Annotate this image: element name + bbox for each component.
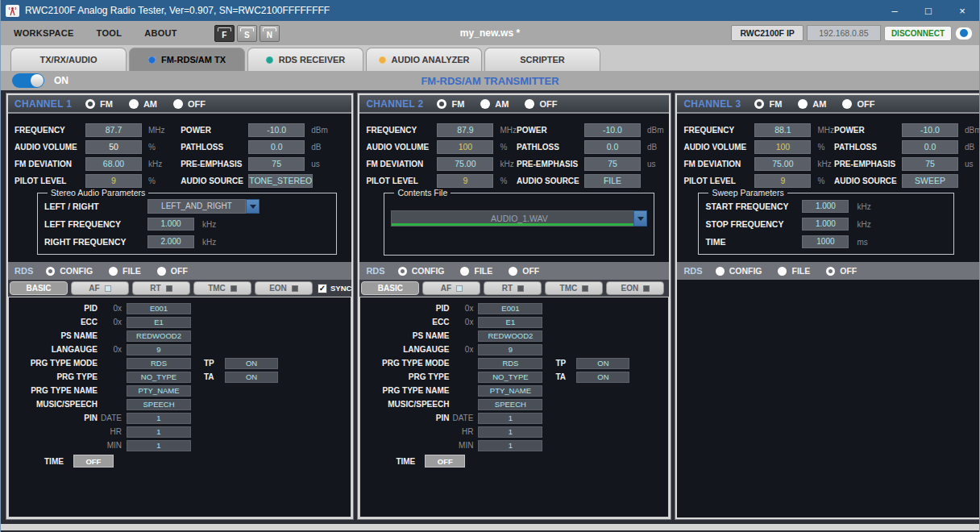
audio-file-dropdown[interactable]: AUDIO_1.WAV	[391, 210, 647, 227]
field-value[interactable]: 1	[478, 413, 542, 424]
close-button[interactable]: ×	[945, 0, 979, 21]
field-value[interactable]: SPEECH	[127, 399, 191, 410]
param-value-field[interactable]: 75.00	[437, 157, 493, 171]
field-value[interactable]: 9	[127, 344, 191, 355]
time-toggle-button[interactable]: OFF	[425, 455, 465, 468]
menu-item[interactable]: TOOL	[97, 28, 122, 38]
main-tab[interactable]: FM-RDS/AM TX	[129, 48, 245, 71]
mode-radio[interactable]: AM	[480, 99, 509, 109]
main-tab[interactable]: SCRIPTER	[484, 48, 600, 71]
mode-radio[interactable]: AM	[798, 99, 826, 109]
rds-tab[interactable]: BASIC	[10, 281, 68, 295]
field-value[interactable]: PTY_NAME	[478, 385, 542, 397]
field-value[interactable]: 9	[478, 344, 542, 355]
rds-mode-radio[interactable]: OFF	[157, 266, 188, 276]
param-value-field[interactable]: 75	[902, 157, 958, 171]
field-value[interactable]: 1	[127, 413, 191, 424]
rds-mode-radio[interactable]: CONFIG	[46, 266, 93, 276]
field-value[interactable]: 1	[127, 426, 191, 438]
field-value[interactable]: 1.000	[802, 218, 849, 231]
param-value-field[interactable]: 0.0	[902, 140, 958, 154]
dropdown-arrow-icon[interactable]	[246, 199, 260, 214]
param-value-field[interactable]: 75.00	[754, 157, 811, 171]
dropdown-arrow-icon[interactable]	[633, 210, 647, 227]
menu-item[interactable]: WORKSPACE	[14, 28, 74, 38]
side-field-value[interactable]: ON	[225, 372, 278, 383]
param-value-field[interactable]: 87.7	[85, 123, 142, 137]
field-value[interactable]: E1	[127, 317, 191, 328]
mode-radio[interactable]: FM	[754, 99, 782, 109]
field-value[interactable]: REDWOOD2	[478, 330, 542, 342]
field-value[interactable]: E1	[478, 317, 542, 328]
minimize-button[interactable]: –	[878, 0, 911, 21]
maximize-button[interactable]: □	[911, 0, 945, 21]
field-value[interactable]: 1	[478, 426, 542, 438]
view-mode-button[interactable]: S	[237, 25, 257, 42]
side-field-value[interactable]: ON	[225, 358, 278, 369]
param-value-field[interactable]: 75	[584, 157, 641, 171]
rds-tab[interactable]: AF	[422, 281, 480, 295]
ip-address-input[interactable]: 192.168.0.85	[807, 25, 881, 41]
field-value[interactable]: 1	[127, 440, 191, 451]
rds-tab[interactable]: TMC	[193, 281, 251, 295]
time-toggle-button[interactable]: OFF	[73, 455, 114, 468]
param-value-field[interactable]: -10.0	[902, 123, 958, 137]
rds-tab[interactable]: BASIC	[361, 281, 419, 295]
param-value-field[interactable]: -10.0	[248, 123, 305, 137]
field-value[interactable]: REDWOOD2	[127, 330, 191, 342]
transmitter-on-toggle[interactable]	[12, 73, 44, 88]
sync-checkbox[interactable]: SYNC	[318, 284, 351, 293]
side-field-value[interactable]: ON	[576, 358, 629, 369]
field-value[interactable]: E001	[478, 303, 542, 314]
rds-mode-radio[interactable]: FILE	[778, 266, 810, 276]
mode-radio[interactable]: FM	[85, 99, 113, 109]
field-value[interactable]: 1	[478, 440, 542, 451]
field-value[interactable]: NO_TYPE	[478, 372, 542, 383]
field-value[interactable]: SPEECH	[478, 399, 542, 410]
rds-mode-radio[interactable]: OFF	[826, 266, 857, 276]
field-value[interactable]: 2.000	[147, 235, 194, 248]
field-value[interactable]: PTY_NAME	[127, 385, 191, 397]
rds-tab[interactable]: TMC	[545, 281, 603, 295]
field-value[interactable]: RDS	[127, 358, 191, 369]
param-value-field[interactable]: -10.0	[584, 123, 641, 137]
main-tab[interactable]: RDS RECEIVER	[247, 48, 363, 71]
view-mode-button[interactable]: F	[214, 25, 235, 42]
mode-radio[interactable]: OFF	[173, 99, 206, 109]
rds-tab[interactable]: RT	[484, 281, 542, 295]
rds-mode-radio[interactable]: CONFIG	[716, 266, 762, 276]
rds-mode-radio[interactable]: FILE	[460, 266, 492, 276]
menu-item[interactable]: ABOUT	[144, 28, 177, 38]
mode-radio[interactable]: FM	[437, 99, 464, 109]
mode-radio[interactable]: AM	[129, 99, 157, 109]
param-value-field[interactable]: 75	[248, 157, 305, 171]
mode-radio[interactable]: OFF	[842, 99, 874, 109]
param-value-field[interactable]: 0.0	[584, 140, 641, 154]
rds-tab[interactable]: AF	[71, 281, 129, 295]
rds-tab[interactable]: EON	[606, 281, 664, 295]
field-value[interactable]: 1.000	[802, 200, 849, 213]
disconnect-button[interactable]: DISCONNECT	[884, 26, 952, 41]
field-value[interactable]: E001	[127, 303, 191, 314]
rds-mode-radio[interactable]: FILE	[109, 266, 141, 276]
field-value[interactable]: NO_TYPE	[127, 372, 191, 383]
mode-radio[interactable]: OFF	[525, 99, 557, 109]
side-field-value[interactable]: ON	[576, 372, 629, 383]
main-tab[interactable]: TX/RX/AUDIO	[10, 48, 127, 71]
left-right-dropdown[interactable]: LEFT_AND_RIGHT	[147, 199, 260, 214]
param-value-field[interactable]: 0.0	[248, 140, 305, 154]
rds-mode-radio[interactable]: CONFIG	[398, 266, 445, 276]
param-value-field[interactable]: 50	[85, 140, 142, 154]
main-tab[interactable]: AUDIO ANALYZER	[366, 48, 482, 71]
view-mode-button[interactable]: N	[260, 25, 280, 42]
param-value-field[interactable]: 87.9	[437, 123, 493, 137]
rds-tab[interactable]: EON	[255, 281, 313, 295]
param-value-field[interactable]: 68.00	[85, 157, 142, 171]
rds-tab[interactable]: RT	[132, 281, 190, 295]
param-value-field[interactable]: 88.1	[754, 123, 811, 137]
rds-mode-radio[interactable]: OFF	[509, 266, 539, 276]
field-value[interactable]: 1000	[802, 235, 849, 248]
param-value-field[interactable]: 100	[437, 140, 493, 154]
field-value[interactable]: RDS	[478, 358, 542, 369]
field-value[interactable]: 1.000	[147, 218, 194, 231]
